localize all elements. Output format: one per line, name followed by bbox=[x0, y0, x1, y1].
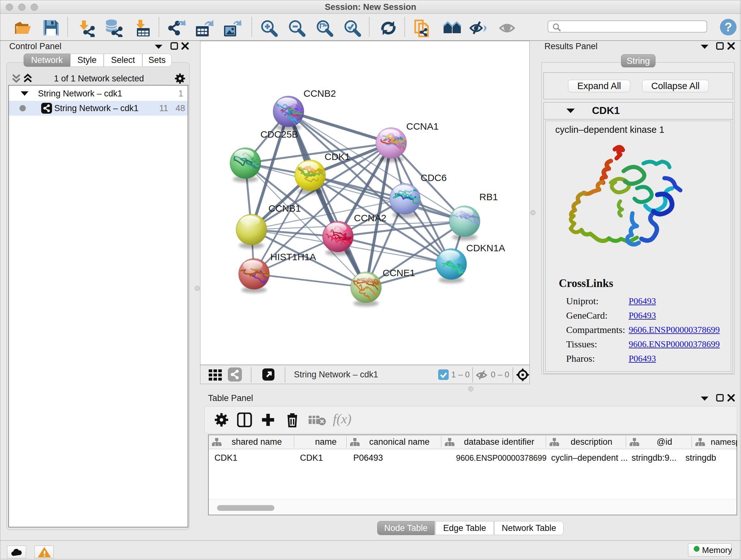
svg-text:CCNB2: CCNB2 bbox=[304, 88, 336, 99]
svg-text:CCNA1: CCNA1 bbox=[406, 121, 439, 132]
svg-text:CDKN1A: CDKN1A bbox=[466, 243, 505, 253]
svg-text:CDK1: CDK1 bbox=[325, 151, 350, 162]
svg-text:HIST1H1A: HIST1H1A bbox=[270, 252, 316, 262]
svg-text:CCNE1: CCNE1 bbox=[383, 267, 415, 278]
svg-text:CCNA2: CCNA2 bbox=[354, 212, 387, 223]
svg-text:CDC6: CDC6 bbox=[421, 172, 447, 183]
svg-text:CCNB1: CCNB1 bbox=[268, 203, 301, 213]
svg-text:CDC25B: CDC25B bbox=[260, 129, 298, 139]
svg-text:?: ? bbox=[724, 20, 732, 34]
svg-text:RB1: RB1 bbox=[479, 192, 498, 202]
